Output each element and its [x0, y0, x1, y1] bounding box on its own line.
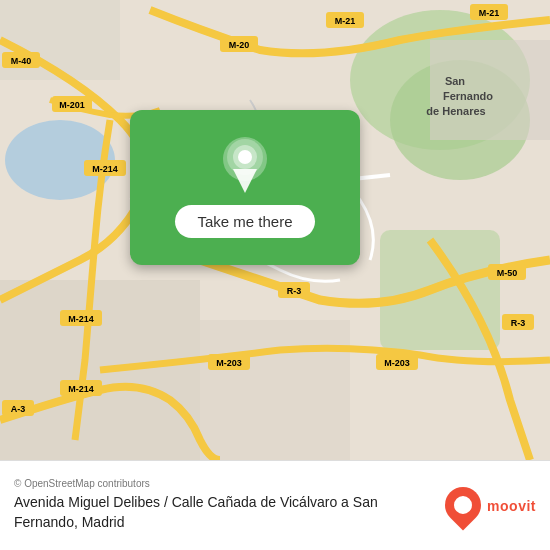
svg-text:R-3: R-3 — [511, 318, 526, 328]
svg-text:M-50: M-50 — [497, 268, 518, 278]
svg-text:M-40: M-40 — [11, 56, 32, 66]
svg-text:M-203: M-203 — [384, 358, 410, 368]
svg-text:R-3: R-3 — [287, 286, 302, 296]
moovit-branding: moovit — [445, 487, 536, 525]
svg-marker-44 — [233, 169, 257, 193]
svg-text:de Henares: de Henares — [426, 105, 485, 117]
info-bar: © OpenStreetMap contributors Avenida Mig… — [0, 460, 550, 550]
svg-text:San: San — [445, 75, 465, 87]
svg-text:M-214: M-214 — [68, 384, 94, 394]
take-me-there-button[interactable]: Take me there — [175, 205, 314, 238]
map-container: M-40 M-21 M-21 M-201 M-20 M-214 M-214 M-… — [0, 0, 550, 460]
svg-text:M-203: M-203 — [216, 358, 242, 368]
moovit-label: moovit — [487, 498, 536, 514]
svg-text:Fernando: Fernando — [443, 90, 493, 102]
svg-text:A-3: A-3 — [11, 404, 26, 414]
svg-rect-7 — [200, 320, 350, 460]
svg-text:M-20: M-20 — [229, 40, 250, 50]
svg-point-43 — [238, 150, 252, 164]
svg-text:M-21: M-21 — [335, 16, 356, 26]
attribution-text: © OpenStreetMap contributors — [14, 478, 445, 489]
info-text: © OpenStreetMap contributors Avenida Mig… — [14, 478, 445, 532]
location-card[interactable]: Take me there — [130, 110, 360, 265]
svg-text:M-201: M-201 — [59, 100, 85, 110]
address-text: Avenida Miguel Delibes / Calle Cañada de… — [14, 493, 445, 532]
svg-text:M-214: M-214 — [68, 314, 94, 324]
moovit-icon — [438, 479, 489, 530]
svg-text:M-214: M-214 — [92, 164, 118, 174]
svg-text:M-21: M-21 — [479, 8, 500, 18]
location-pin-icon — [223, 137, 267, 193]
